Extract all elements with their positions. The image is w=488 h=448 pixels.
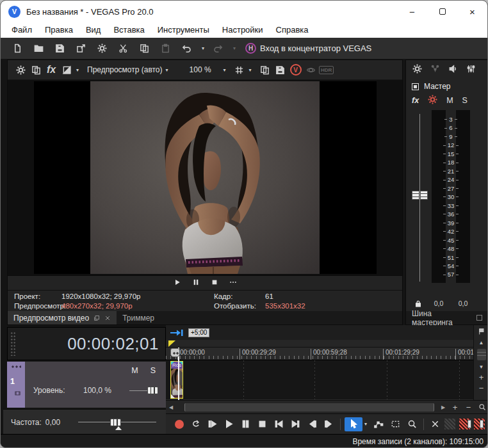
video-clip[interactable]: Ros <box>170 361 183 399</box>
menu-item[interactable]: Инструменты <box>151 22 216 38</box>
horizontal-scrollbar-track[interactable] <box>176 401 438 414</box>
video-fx-icon[interactable]: fx <box>44 63 59 77</box>
open-project-icon[interactable] <box>31 41 47 56</box>
timeline-marker-icon[interactable] <box>168 340 175 347</box>
auto-ripple-button[interactable] <box>459 419 470 429</box>
tab-mastering-bus[interactable]: Шина мастеринга <box>406 311 488 324</box>
split-screen-icon[interactable] <box>59 63 74 77</box>
selection-box-tool-button[interactable] <box>388 417 403 431</box>
rate-slider[interactable] <box>78 418 156 427</box>
external-monitor-icon[interactable] <box>28 63 44 77</box>
save-project-icon[interactable] <box>52 41 68 56</box>
auto-crossfade-button[interactable] <box>444 419 455 429</box>
copy-frame-icon[interactable] <box>257 63 273 77</box>
zoom-out-time-icon[interactable]: − <box>462 401 475 414</box>
lock-icon[interactable] <box>414 300 422 309</box>
undo-dropdown-icon[interactable]: ▾ <box>200 45 206 51</box>
track-color-strip[interactable]: 1 <box>7 362 25 408</box>
preview-settings-icon[interactable] <box>13 63 28 77</box>
master-automation-icon[interactable] <box>428 95 437 106</box>
timecode-display[interactable]: 00:00:02;01 <box>7 327 166 360</box>
marker-tool-icon[interactable] <box>476 327 487 336</box>
preview-zoom-dropdown-icon[interactable]: ▾ <box>222 67 228 73</box>
close-button[interactable]: × <box>457 1 487 22</box>
track-mute-button[interactable]: M <box>131 366 138 375</box>
pause-button[interactable] <box>238 417 253 431</box>
delete-button[interactable] <box>428 417 443 431</box>
scroll-down-icon[interactable]: ▼ <box>476 362 487 371</box>
clip-fade-handle[interactable] <box>171 394 175 398</box>
selection-tool-dropdown-icon[interactable]: ▾ <box>364 421 368 427</box>
preview-zoom-value[interactable]: 100 % <box>190 65 211 74</box>
timeline-ruler[interactable]: 00:00;0000:00:29;2900:00:59;2800:01:29;2… <box>166 348 473 360</box>
project-properties-icon[interactable] <box>94 41 110 56</box>
horizontal-scrollbar-thumb[interactable] <box>184 403 434 412</box>
cut-icon[interactable] <box>115 41 131 56</box>
menu-item[interactable]: Настройки <box>216 22 270 38</box>
zoom-tool-button[interactable] <box>405 417 419 431</box>
maximize-button[interactable] <box>427 1 457 22</box>
rate-slider-handle[interactable] <box>110 419 121 426</box>
menu-item[interactable]: Файл <box>5 22 38 38</box>
new-project-icon[interactable] <box>10 41 26 56</box>
vertical-scrollbar-thumb[interactable] <box>477 349 486 360</box>
save-frame-icon[interactable] <box>273 63 288 77</box>
vegas-hub-label[interactable]: Вход в концентратор VEGAS <box>260 44 371 53</box>
menu-item[interactable]: Вид <box>79 22 108 38</box>
envelope-tool-button[interactable] <box>371 417 386 431</box>
track-lane[interactable]: Ros <box>166 360 473 400</box>
preview-play-icon[interactable] <box>174 277 181 289</box>
play-from-start-button[interactable] <box>205 417 220 431</box>
copy-icon[interactable] <box>136 41 152 56</box>
rate-value[interactable]: 0,00 <box>45 418 60 427</box>
track-solo-button[interactable]: S <box>150 366 156 375</box>
downmix-icon[interactable] <box>430 64 440 76</box>
mixer-controls-icon[interactable] <box>466 64 476 76</box>
scroll-right-icon[interactable]: ▶ <box>438 401 448 414</box>
redo-dropdown-icon[interactable]: ▾ <box>231 45 238 51</box>
rotate-3d-icon[interactable] <box>304 63 319 77</box>
master-solo-button[interactable]: S <box>462 96 468 105</box>
marker-bar[interactable] <box>166 340 473 348</box>
master-bus-icon[interactable] <box>412 83 419 90</box>
selection-tool-button[interactable] <box>345 417 362 431</box>
timecode-grip[interactable] <box>10 332 16 356</box>
zoom-in-time-icon[interactable]: + <box>448 401 462 414</box>
track-level-slider-handle[interactable] <box>147 387 158 394</box>
previous-frame-button[interactable] <box>305 417 320 431</box>
go-to-start-button[interactable] <box>272 417 286 431</box>
menu-item[interactable]: Справка <box>270 22 315 38</box>
next-frame-button[interactable] <box>321 417 336 431</box>
preview-stop-icon[interactable] <box>211 277 218 289</box>
preview-quality-label[interactable]: Предпросмотр (авто) <box>87 65 163 74</box>
loop-playback-button[interactable] <box>188 417 203 431</box>
playhead-handle[interactable] <box>170 348 180 357</box>
tab-close-icon[interactable] <box>104 315 111 321</box>
tab-restore-icon[interactable] <box>94 315 100 321</box>
record-button[interactable] <box>172 417 186 431</box>
speaker-icon[interactable] <box>448 64 458 76</box>
zoom-tool-small-icon[interactable] <box>475 401 488 414</box>
play-button[interactable] <box>222 417 236 431</box>
mixer-settings-icon[interactable] <box>412 64 422 76</box>
preview-pause-icon[interactable] <box>192 277 200 289</box>
scroll-left-icon[interactable]: ◀ <box>166 401 176 414</box>
stop-button[interactable] <box>255 417 270 431</box>
track-header[interactable]: 1 M S Уровень: 100,0 % <box>7 362 166 408</box>
mastering-bus-checkbox-icon[interactable] <box>476 315 482 321</box>
master-fx-button[interactable]: fx <box>412 96 419 105</box>
paste-icon[interactable] <box>158 41 174 56</box>
vegas-capture-icon[interactable]: V <box>288 63 304 77</box>
undo-icon[interactable] <box>179 41 195 56</box>
go-to-end-button[interactable] <box>288 417 303 431</box>
menu-item[interactable]: Вставка <box>107 22 150 38</box>
split-screen-dropdown-icon[interactable]: ▾ <box>74 67 81 73</box>
preview-more-icon[interactable] <box>229 277 237 289</box>
grid-overlay-icon[interactable] <box>232 63 247 77</box>
scroll-up-icon[interactable]: ▲ <box>476 338 487 347</box>
publish-icon[interactable] <box>73 41 89 56</box>
master-mute-button[interactable]: M <box>446 96 453 105</box>
zoom-in-vertical-icon[interactable]: + <box>476 373 487 382</box>
track-level-value[interactable]: 100,0 % <box>83 386 123 395</box>
track-options-icon[interactable] <box>11 365 21 368</box>
